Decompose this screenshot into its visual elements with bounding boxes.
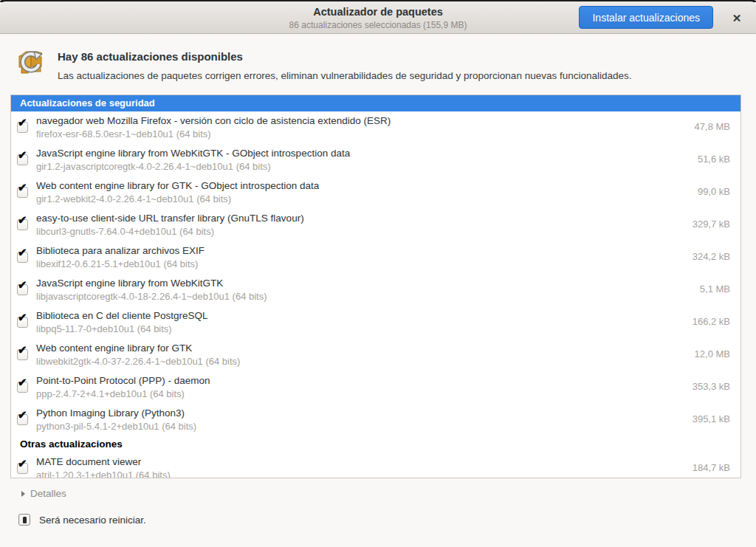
checkmark-icon: ✔ xyxy=(18,116,27,129)
update-checkbox[interactable]: ✔ xyxy=(17,122,28,133)
update-list: Actualizaciones de seguridad✔navegador w… xyxy=(10,94,741,478)
package-summary: MATE document viewer xyxy=(36,456,141,467)
update-row[interactable]: ✔MATE document vieweratril-1.20.3-1+deb1… xyxy=(11,453,740,478)
details-label: Detalles xyxy=(30,488,66,499)
update-row[interactable]: ✔Biblioteca en C del cliente PostgreSQLl… xyxy=(11,306,740,339)
updates-description: Las actualizaciones de paquetes corrigen… xyxy=(58,70,632,81)
update-checkbox[interactable]: ✔ xyxy=(17,349,28,360)
section-header: Otras actualizaciones xyxy=(11,436,740,453)
update-row[interactable]: ✔Biblioteca para analizar archivos EXIFl… xyxy=(11,241,740,274)
package-summary: Python Imaging Library (Python3) xyxy=(36,407,185,419)
package-summary: navegador web Mozilla Firefox - versión … xyxy=(36,115,391,126)
package-size: 324,2 kB xyxy=(693,251,730,262)
package-version: libpq5-11.7-0+deb10u1 (64 bits) xyxy=(36,323,172,334)
package-size: 395,1 kB xyxy=(693,413,730,424)
package-version: firefox-esr-68.5.0esr-1~deb10u1 (64 bits… xyxy=(36,128,211,140)
checkmark-icon: ✔ xyxy=(18,457,27,470)
package-summary: JavaScript engine library from WebKitGTK… xyxy=(36,148,350,159)
update-row[interactable]: ✔JavaScript engine library from WebKitGT… xyxy=(11,144,740,176)
package-summary: Point-to-Point Protocol (PPP) - daemon xyxy=(36,375,210,386)
update-row[interactable]: ✔Python Imaging Library (Python3)python3… xyxy=(11,404,740,436)
package-size: 51,6 kB xyxy=(698,154,730,165)
package-version: libwebkit2gtk-4.0-37-2.26.4-1~deb10u1 (6… xyxy=(36,356,240,367)
update-checkbox[interactable]: ✔ xyxy=(17,252,28,263)
update-checkbox[interactable]: ✔ xyxy=(17,187,28,198)
restart-notice-label: Será necesario reiniciar. xyxy=(39,515,146,526)
checkmark-icon: ✔ xyxy=(18,213,27,227)
headerbar: Actualizador de paquetes 86 actualizacio… xyxy=(0,1,756,34)
update-row[interactable]: ✔JavaScript engine library from WebKitGT… xyxy=(11,274,740,306)
details-expander[interactable]: Detalles xyxy=(21,488,66,499)
package-summary: JavaScript engine library from WebKitGTK xyxy=(36,278,223,289)
update-checkbox[interactable]: ✔ xyxy=(17,317,28,328)
package-version: libexif12-0.6.21-5.1+deb10u1 (64 bits) xyxy=(36,258,198,269)
software-update-icon xyxy=(16,47,47,78)
package-size: 5,1 MB xyxy=(700,283,730,295)
update-row[interactable]: ✔navegador web Mozilla Firefox - versión… xyxy=(11,111,740,144)
package-summary: Web content engine library for GTK - GOb… xyxy=(36,180,319,191)
package-size: 12,0 MB xyxy=(695,348,730,359)
restart-notice-row: Será necesario reiniciar. xyxy=(18,514,146,526)
update-row[interactable]: ✔Point-to-Point Protocol (PPP) - daemonp… xyxy=(11,371,740,404)
close-icon[interactable]: ✕ xyxy=(727,9,746,28)
package-version: python3-pil-5.4.1-2+deb10u1 (64 bits) xyxy=(36,421,196,432)
checkmark-icon: ✔ xyxy=(18,311,27,324)
package-version: atril-1.20.3-1+deb10u1 (64 bits) xyxy=(36,469,171,478)
package-version: libjavascriptcoregtk-4.0-18-2.26.4-1~deb… xyxy=(36,291,267,302)
package-summary: Biblioteca en C del cliente PostgreSQL xyxy=(36,310,208,321)
package-version: gir1.2-javascriptcoregtk-4.0-2.26.4-1~de… xyxy=(36,161,271,172)
package-size: 329,7 kB xyxy=(693,219,730,230)
package-version: ppp-2.4.7-2+4.1+deb10u1 (64 bits) xyxy=(36,388,185,399)
checkmark-icon: ✔ xyxy=(18,278,27,292)
package-summary: Web content engine library for GTK xyxy=(36,343,192,354)
checkmark-icon: ✔ xyxy=(18,376,27,389)
update-checkbox[interactable]: ✔ xyxy=(17,463,28,474)
update-checkbox[interactable]: ✔ xyxy=(17,382,28,393)
update-checkbox[interactable]: ✔ xyxy=(17,284,28,295)
package-size: 166,2 kB xyxy=(693,316,730,327)
package-version: libcurl3-gnutls-7.64.0-4+deb10u1 (64 bit… xyxy=(36,226,214,237)
package-summary: easy-to-use client-side URL transfer lib… xyxy=(36,213,304,224)
package-size: 353,3 kB xyxy=(693,381,730,392)
update-checkbox[interactable]: ✔ xyxy=(17,154,28,165)
install-updates-button[interactable]: Instalar actualizaciones xyxy=(579,6,713,29)
section-header: Actualizaciones de seguridad xyxy=(11,95,740,111)
checkmark-icon: ✔ xyxy=(18,343,27,357)
checkmark-icon: ✔ xyxy=(18,246,27,259)
expander-arrow-icon xyxy=(21,491,25,497)
updates-available-heading: Hay 86 actualizaciones disponibles xyxy=(58,50,243,63)
update-row[interactable]: ✔easy-to-use client-side URL transfer li… xyxy=(11,209,740,241)
package-size: 47,8 MB xyxy=(695,121,730,132)
update-checkbox[interactable]: ✔ xyxy=(17,414,28,425)
update-row[interactable]: ✔Web content engine library for GTKlibwe… xyxy=(11,339,740,371)
update-checkbox[interactable]: ✔ xyxy=(17,219,28,230)
package-summary: Biblioteca para analizar archivos EXIF xyxy=(36,245,205,256)
checkmark-icon: ✔ xyxy=(18,148,27,162)
update-row[interactable]: ✔Web content engine library for GTK - GO… xyxy=(11,176,740,209)
package-size: 184,7 kB xyxy=(693,462,730,473)
package-version: gir1.2-webkit2-4.0-2.26.4-1~deb10u1 (64 … xyxy=(36,193,231,204)
package-size: 99,0 kB xyxy=(698,186,730,197)
checkmark-icon: ✔ xyxy=(18,181,27,194)
checkmark-icon: ✔ xyxy=(18,408,27,422)
restart-required-icon xyxy=(18,514,30,526)
